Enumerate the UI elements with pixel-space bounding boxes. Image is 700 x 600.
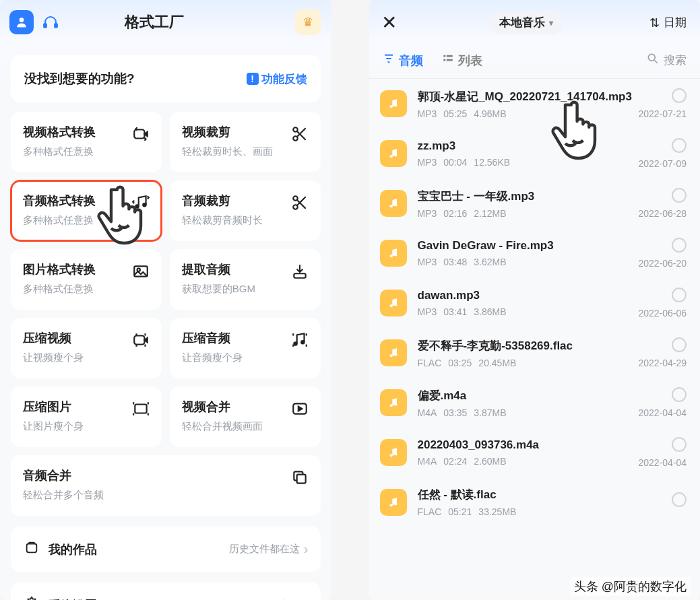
select-radio[interactable] [672, 437, 687, 452]
close-icon[interactable]: ✕ [381, 11, 403, 34]
select-radio[interactable] [672, 492, 687, 507]
file-item[interactable]: 偏爱.m4aM4A03:353.87MB2022-04-04 [369, 378, 701, 428]
file-item[interactable]: 郭顶-水星记_MQ_20220721_141704.mp3MP305:254.9… [369, 79, 701, 129]
select-radio[interactable] [672, 88, 687, 103]
select-radio[interactable] [672, 387, 687, 402]
music-file-icon [380, 389, 407, 416]
works-icon [23, 540, 40, 558]
tool-tile[interactable]: 视频合并轻松合并视频画面 [170, 387, 321, 447]
feedback-prompt: 没找到想要的功能? [24, 70, 247, 88]
merge-video-icon [290, 399, 310, 419]
search-button[interactable]: 搜索 [646, 52, 687, 69]
file-name: 宝宝巴士 - 一年级.mp3 [418, 189, 639, 204]
search-icon [646, 52, 660, 69]
tile-title: 音频合并 [23, 467, 310, 484]
tool-tile[interactable]: 音频合并轻松合并多个音频 [11, 455, 321, 516]
svg-rect-13 [134, 336, 144, 345]
sort-button[interactable]: ⇅ 日期 [649, 15, 687, 30]
select-radio[interactable] [672, 288, 687, 302]
file-date: 2022-04-04 [638, 457, 687, 468]
settings-icon [23, 596, 40, 600]
music-file-icon [380, 190, 407, 217]
file-meta: MP305:254.96MB [418, 108, 639, 119]
select-radio[interactable] [672, 238, 687, 253]
file-meta: MP303:483.62MB [418, 257, 639, 267]
menu-settings-aside: 在线客服 [259, 597, 309, 600]
svg-rect-25 [446, 59, 452, 61]
sort-icon: ⇅ [649, 15, 660, 30]
file-meta: MP303:413.86MB [418, 306, 639, 317]
tile-subtitle: 让音频瘦个身 [182, 352, 310, 364]
tile-subtitle: 让图片瘦个身 [23, 420, 151, 433]
menu-works[interactable]: 我的作品 历史文件都在这 [11, 527, 321, 572]
svg-point-36 [394, 303, 397, 306]
file-list: 郭顶-水星记_MQ_20220721_141704.mp3MP305:254.9… [369, 79, 701, 527]
tool-tile[interactable]: 视频格式转换多种格式任意换 [11, 112, 162, 172]
scissors-icon [290, 193, 310, 213]
tool-tile[interactable]: 提取音频获取想要的BGM [170, 249, 321, 310]
menu-settings-label: 系统设置 [49, 597, 259, 601]
file-item[interactable]: dawan.mp3MP303:413.86MB2022-06-06 [369, 278, 701, 328]
svg-point-27 [389, 105, 392, 108]
file-date: 2022-07-09 [638, 158, 687, 169]
tool-tile[interactable]: 音频格式转换多种格式任意换 [11, 180, 162, 241]
tile-subtitle: 轻松合并多个音频 [23, 489, 310, 502]
tool-tile[interactable]: 图片格式转换多种格式任意换 [11, 249, 162, 310]
svg-point-8 [293, 196, 298, 201]
file-item[interactable]: 宝宝巴士 - 一年级.mp3MP302:162.12MB2022-06-28 [369, 178, 701, 228]
svg-point-29 [389, 155, 392, 158]
select-radio[interactable] [672, 337, 687, 352]
feedback-card: 没找到想要的功能? 功能反馈 [11, 55, 321, 102]
menu-works-label: 我的作品 [49, 541, 229, 558]
file-item[interactable]: 爱不释手-李克勤-5358269.flacFLAC03:2520.45MB202… [369, 328, 701, 378]
file-date: 2022-04-29 [638, 358, 687, 368]
app-title: 格式工厂 [13, 12, 295, 32]
svg-rect-22 [443, 55, 445, 57]
file-item[interactable]: 任然 - 默读.flacFLAC05:2133.25MB [369, 477, 701, 527]
svg-rect-19 [296, 475, 305, 484]
file-meta: MP302:162.12MB [418, 208, 639, 219]
menu-settings[interactable]: 系统设置 在线客服 [11, 582, 321, 600]
menu-works-aside: 历史文件都在这 [229, 541, 309, 557]
svg-point-6 [135, 205, 138, 207]
svg-point-37 [389, 354, 392, 357]
file-meta: MP300:0412.56KB [418, 157, 639, 168]
svg-rect-12 [294, 273, 305, 278]
tool-tile[interactable]: 压缩图片让图片瘦个身 [11, 387, 162, 447]
select-radio[interactable] [672, 188, 687, 203]
tool-tile[interactable]: 压缩音频让音频瘦个身 [170, 318, 321, 378]
music-file-icon [380, 489, 407, 516]
file-name: 任然 - 默读.flac [418, 487, 672, 502]
tool-tile[interactable]: 视频裁剪轻松裁剪时长、画面 [170, 112, 321, 172]
tile-subtitle: 轻松裁剪音频时长 [182, 214, 310, 227]
tile-subtitle: 轻松裁剪时长、画面 [182, 145, 310, 158]
watermark: 头条 @阿贵的数字化 [570, 577, 691, 596]
tile-subtitle: 轻松合并视频画面 [182, 420, 310, 433]
tab-list[interactable]: 列表 [442, 53, 482, 69]
file-item[interactable]: 20220403_093736.m4aM4A02:242.60MB2022-04… [369, 428, 701, 477]
source-dropdown[interactable]: 本地音乐 ▾ [490, 11, 563, 34]
tool-tile[interactable]: 音频裁剪轻松裁剪音频时长 [170, 180, 321, 241]
svg-rect-16 [135, 405, 146, 413]
file-item[interactable]: Gavin DeGraw - Fire.mp3MP303:483.62MB202… [369, 228, 701, 278]
merge-audio-icon [290, 467, 310, 488]
tile-subtitle: 多种格式任意换 [23, 145, 151, 158]
list-icon [442, 53, 454, 68]
vip-crown-icon[interactable]: ♛ [295, 9, 321, 35]
music-file-icon [380, 290, 407, 316]
tool-tile[interactable]: 压缩视频让视频瘦个身 [11, 318, 162, 378]
audio-convert-icon [131, 193, 151, 213]
tab-audio[interactable]: 音频 [383, 53, 423, 69]
file-item[interactable]: zz.mp3MP300:0412.56KB2022-07-09 [369, 129, 701, 178]
tile-subtitle: 多种格式任意换 [23, 214, 151, 227]
select-radio[interactable] [672, 138, 687, 153]
right-phone-screen: ✕ 本地音乐 ▾ ⇅ 日期 音频 列表 [369, 0, 701, 600]
file-name: 偏爱.m4a [418, 388, 639, 403]
svg-point-43 [389, 504, 392, 506]
feedback-link[interactable]: 功能反馈 [247, 71, 307, 87]
svg-point-35 [389, 304, 392, 307]
tile-subtitle: 多种格式任意换 [23, 283, 151, 296]
file-name: dawan.mp3 [418, 289, 639, 302]
svg-point-42 [394, 453, 397, 455]
file-name: 20220403_093736.m4a [418, 438, 639, 452]
